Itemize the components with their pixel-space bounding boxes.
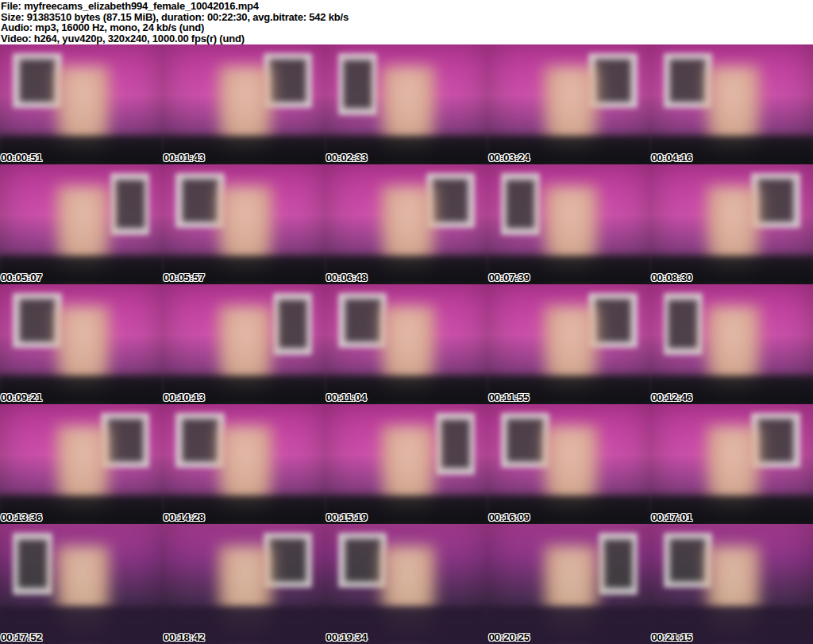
placeholder-subject	[543, 546, 599, 639]
placeholder-wall-art	[664, 293, 703, 356]
placeholder-wall-art	[13, 533, 52, 596]
timestamp-overlay: 00:16:09	[488, 511, 530, 523]
placeholder-subject	[218, 66, 273, 160]
placeholder-subject	[56, 546, 111, 639]
placeholder-wall-art	[338, 53, 377, 116]
timestamp-overlay: 00:14:28	[164, 511, 205, 523]
placeholder-wall-art	[751, 173, 800, 228]
placeholder-subject	[380, 306, 436, 399]
video-thumbnail: 00:04:16	[650, 44, 813, 164]
placeholder-subject	[380, 186, 436, 280]
placeholder-wall-art	[588, 293, 637, 348]
video-thumbnail: 00:17:52	[0, 524, 163, 644]
timestamp-overlay: 00:11:04	[326, 391, 367, 403]
placeholder-subject	[706, 186, 761, 280]
video-thumbnail: 00:00:51	[0, 44, 163, 164]
placeholder-subject	[56, 426, 111, 519]
video-thumbnail: 00:06:48	[326, 164, 488, 284]
placeholder-subject	[218, 426, 273, 519]
timestamp-overlay: 00:18:42	[164, 631, 205, 643]
placeholder-wall-art	[501, 173, 540, 236]
placeholder-subject	[218, 186, 273, 280]
video-thumbnail: 00:11:55	[487, 284, 650, 404]
timestamp-overlay: 00:19:34	[326, 631, 368, 643]
placeholder-subject	[218, 306, 273, 399]
timestamp-overlay: 00:01:43	[164, 152, 205, 164]
timestamp-overlay: 00:17:01	[651, 511, 692, 523]
placeholder-wall-art	[426, 173, 475, 228]
video-thumbnail: 00:05:07	[0, 164, 163, 284]
placeholder-wall-art	[175, 173, 224, 228]
video-thumbnail: 00:10:13	[163, 284, 326, 404]
placeholder-subject	[56, 66, 111, 160]
video-thumbnail: 00:20:25	[487, 524, 650, 644]
placeholder-wall-art	[751, 413, 800, 468]
video-thumbnail: 00:08:30	[650, 164, 813, 284]
timestamp-overlay: 00:17:52	[1, 631, 42, 643]
video-thumbnail: 00:11:04	[326, 284, 488, 404]
placeholder-wall-art	[101, 413, 149, 468]
video-thumbnail: 00:16:09	[487, 404, 650, 524]
timestamp-overlay: 00:10:13	[164, 391, 205, 403]
video-thumbnail: 00:15:19	[326, 404, 488, 524]
timestamp-overlay: 00:06:48	[326, 272, 368, 283]
timestamp-overlay: 00:15:19	[326, 511, 368, 523]
placeholder-subject	[56, 186, 111, 280]
placeholder-subject	[380, 426, 436, 519]
timestamp-overlay: 00:09:21	[1, 391, 42, 403]
video-thumbnail: 00:17:01	[650, 404, 813, 524]
placeholder-subject	[706, 66, 761, 160]
placeholder-subject	[56, 306, 111, 399]
file-name-line: File: myfreecams_elizabeth994_female_100…	[1, 1, 813, 12]
timestamp-overlay: 00:05:57	[164, 272, 205, 283]
placeholder-wall-art	[13, 53, 61, 108]
placeholder-subject	[543, 186, 599, 280]
placeholder-wall-art	[664, 53, 712, 108]
placeholder-wall-art	[436, 413, 475, 476]
placeholder-subject	[706, 546, 761, 639]
placeholder-wall-art	[264, 53, 312, 108]
placeholder-wall-art	[273, 293, 312, 356]
video-thumbnail: 00:14:28	[163, 404, 326, 524]
video-thumbnail: 00:12:46	[650, 284, 813, 404]
video-info-line: Video: h264, yuv420p, 320x240, 1000.00 f…	[1, 33, 813, 44]
video-thumbnail: 00:02:33	[326, 44, 488, 164]
video-thumbnail: 00:18:42	[163, 524, 326, 644]
timestamp-overlay: 00:12:46	[651, 391, 692, 403]
placeholder-subject	[706, 426, 761, 519]
timestamp-overlay: 00:21:15	[651, 631, 692, 643]
timestamp-overlay: 00:11:55	[488, 391, 529, 403]
placeholder-subject	[706, 306, 761, 399]
video-thumbnail: 00:09:21	[0, 284, 163, 404]
thumbnail-grid: 00:00:5100:01:4300:02:3300:03:2400:04:16…	[0, 44, 813, 644]
placeholder-subject	[218, 546, 273, 639]
video-thumbnail: 00:05:57	[163, 164, 326, 284]
placeholder-wall-art	[599, 533, 638, 596]
timestamp-overlay: 00:04:16	[651, 152, 692, 164]
placeholder-wall-art	[501, 413, 549, 468]
video-thumbnail: 00:01:43	[163, 44, 326, 164]
timestamp-overlay: 00:20:25	[488, 631, 530, 643]
timestamp-overlay: 00:05:07	[1, 272, 42, 283]
video-thumbnail: 00:13:36	[0, 404, 163, 524]
timestamp-overlay: 00:07:39	[488, 272, 530, 283]
timestamp-overlay: 00:00:51	[1, 152, 42, 164]
video-thumbnail: 00:21:15	[650, 524, 813, 644]
media-info-header: File: myfreecams_elizabeth994_female_100…	[0, 0, 813, 44]
timestamp-overlay: 00:03:24	[488, 152, 530, 164]
placeholder-wall-art	[338, 293, 387, 348]
placeholder-wall-art	[338, 533, 387, 588]
file-size-line: Size: 91383510 bytes (87.15 MiB), durati…	[1, 12, 813, 23]
timestamp-overlay: 00:02:33	[326, 152, 368, 164]
video-thumbnail: 00:07:39	[487, 164, 650, 284]
video-thumbnail: 00:03:24	[487, 44, 650, 164]
video-thumbnail: 00:19:34	[326, 524, 488, 644]
timestamp-overlay: 00:13:36	[1, 511, 42, 523]
timestamp-overlay: 00:08:30	[651, 272, 692, 283]
placeholder-wall-art	[175, 413, 224, 468]
placeholder-wall-art	[588, 53, 637, 108]
placeholder-subject	[543, 426, 599, 519]
placeholder-wall-art	[13, 293, 61, 348]
placeholder-subject	[543, 66, 599, 160]
placeholder-subject	[380, 546, 436, 639]
